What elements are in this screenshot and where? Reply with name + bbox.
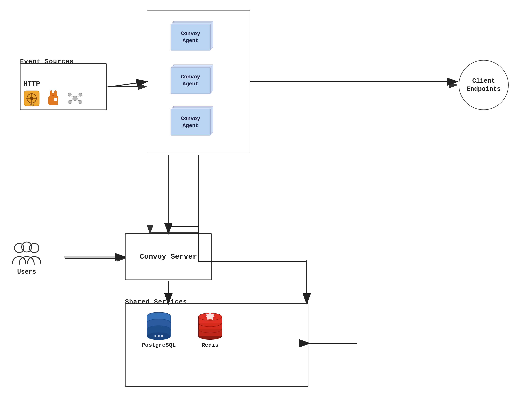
svg-rect-29 bbox=[50, 90, 52, 95]
users-label: Users bbox=[17, 268, 36, 276]
agent-group-2: ConvoyAgent bbox=[171, 67, 217, 100]
pubsub-icon bbox=[67, 90, 83, 107]
agent-group-1: ConvoyAgent bbox=[171, 24, 217, 57]
agent-label-2: ConvoyAgent bbox=[181, 74, 200, 87]
svg-point-52 bbox=[154, 335, 156, 337]
svg-point-44 bbox=[30, 243, 39, 253]
svg-point-34 bbox=[68, 93, 71, 96]
client-endpoints-label: Client Endpoints bbox=[459, 77, 508, 93]
users-group: Users bbox=[10, 240, 43, 276]
http-label: HTTP bbox=[23, 80, 40, 88]
agent-group-3: ConvoyAgent bbox=[171, 109, 217, 142]
agents-outer-box: ConvoyAgent ConvoyAgent ConvoyAgent bbox=[147, 10, 250, 153]
svg-line-38 bbox=[71, 96, 73, 97]
svg-point-33 bbox=[73, 96, 77, 101]
postgresql-icon bbox=[145, 310, 172, 340]
agent-card-front-3: ConvoyAgent bbox=[171, 109, 211, 136]
postgresql-label: PostgreSQL bbox=[142, 342, 176, 348]
svg-point-31 bbox=[52, 95, 54, 96]
users-icon bbox=[10, 240, 43, 267]
svg-text:SQS: SQS bbox=[30, 104, 34, 107]
redis-group: Redis bbox=[197, 310, 223, 348]
agent-card-front-2: ConvoyAgent bbox=[171, 67, 211, 94]
svg-rect-30 bbox=[54, 90, 57, 95]
redis-icon bbox=[197, 310, 223, 340]
diagram-container: Event Sources HTTP SQS bbox=[0, 0, 532, 402]
event-sources-label: Event Sources bbox=[20, 58, 74, 65]
client-endpoints-circle: Client Endpoints bbox=[459, 60, 509, 110]
svg-point-35 bbox=[79, 93, 82, 96]
sqs-icon: SQS bbox=[23, 90, 40, 107]
svg-point-37 bbox=[79, 100, 82, 104]
svg-line-41 bbox=[77, 100, 79, 101]
svg-line-39 bbox=[77, 96, 79, 97]
agent-card-front-1: ConvoyAgent bbox=[171, 24, 211, 50]
svg-rect-32 bbox=[54, 98, 57, 101]
shared-services-label: Shared Services bbox=[125, 298, 187, 306]
convoy-server-label: Convoy Server bbox=[140, 252, 197, 261]
svg-line-40 bbox=[71, 100, 73, 101]
svg-point-54 bbox=[161, 335, 163, 337]
redis-label: Redis bbox=[202, 342, 219, 348]
svg-point-53 bbox=[158, 335, 160, 337]
agent-label-3: ConvoyAgent bbox=[181, 115, 200, 129]
convoy-server-box: Convoy Server bbox=[125, 233, 212, 280]
source-icons-row: SQS bbox=[23, 90, 83, 107]
agent-label-1: ConvoyAgent bbox=[181, 30, 200, 44]
svg-point-36 bbox=[68, 100, 71, 104]
svg-line-16 bbox=[108, 82, 146, 87]
postgresql-group: PostgreSQL bbox=[142, 310, 176, 348]
rabbitmq-icon bbox=[45, 90, 62, 107]
